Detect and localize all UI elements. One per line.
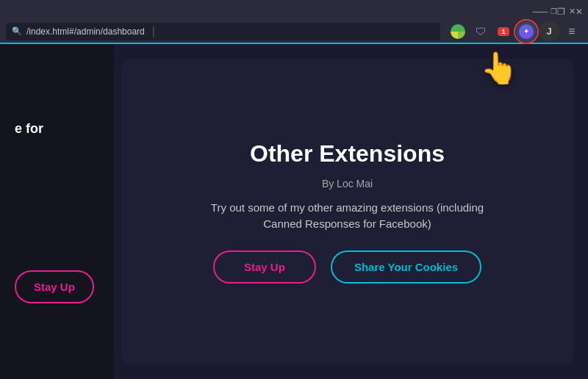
card-description: Try out some of my other amazing extensi… — [201, 200, 495, 233]
address-separator: | — [152, 25, 155, 38]
card-author: By Loc Mai — [322, 178, 373, 190]
card-buttons: Stay Up Share Your Cookies — [213, 250, 481, 284]
speedtest-icon[interactable] — [448, 21, 468, 42]
share-cookies-button[interactable]: Share Your Cookies — [331, 250, 481, 284]
minimize-button[interactable]: — — [535, 7, 545, 17]
close-button[interactable]: ✕ — [570, 7, 581, 17]
stay-up-button[interactable]: Stay Up — [213, 250, 316, 284]
card-title: Other Extensions — [250, 140, 445, 167]
browser-menu-icon[interactable]: ≡ — [562, 21, 582, 42]
search-icon: 🔍 — [12, 26, 22, 36]
extension-icons: 🛡 1 ✦ J ≡ — [448, 21, 582, 42]
browser-chrome: — ❐ ✕ 🔍 /index.html#/admin/dashboard | 🛡… — [0, 0, 588, 44]
left-panel: e for Stay Up — [0, 44, 114, 379]
title-bar: — ❐ ✕ — [0, 0, 588, 20]
shield-icon[interactable]: 🛡 — [470, 21, 491, 42]
restore-button[interactable]: ❐ — [553, 7, 563, 17]
active-extension-icon[interactable]: ✦ — [516, 21, 537, 42]
address-text: /index.html#/admin/dashboard — [26, 26, 145, 37]
left-panel-button[interactable]: Stay Up — [15, 270, 94, 303]
j-extension-icon[interactable]: J — [539, 21, 559, 42]
left-panel-text: e for — [15, 120, 94, 138]
notification-badge: 1 — [501, 28, 505, 35]
window-controls: — ❐ ✕ — [535, 7, 581, 17]
toolbar: 🔍 /index.html#/admin/dashboard | 🛡 1 ✦ — [0, 20, 588, 43]
page-content: e for Stay Up Other Extensions By Loc Ma… — [0, 44, 588, 379]
main-card: Other Extensions By Loc Mai Try out some… — [121, 59, 573, 364]
j-icon-label: J — [546, 26, 551, 37]
address-bar[interactable]: 🔍 /index.html#/admin/dashboard | — [6, 23, 440, 40]
notification-icon[interactable]: 1 — [493, 21, 514, 42]
